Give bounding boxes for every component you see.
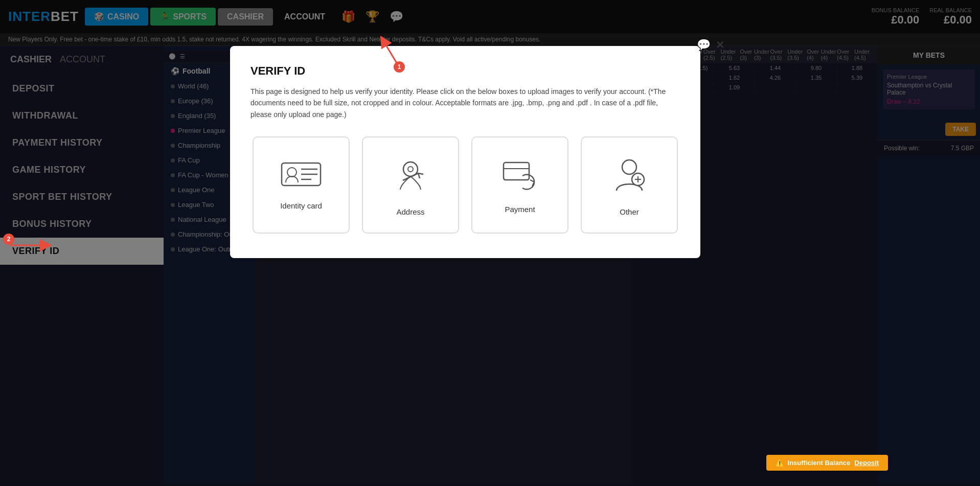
modal-description: This page is designed to help us verify … — [250, 86, 680, 120]
modal-title: VERIFY ID — [250, 64, 680, 78]
svg-point-12 — [622, 160, 636, 174]
address-icon — [390, 154, 431, 199]
address-option[interactable]: Address — [362, 136, 459, 234]
payment-label: Payment — [505, 205, 535, 214]
modal-cards: Identity card Address — [250, 136, 680, 234]
other-option[interactable]: Other — [581, 136, 678, 234]
deposit-link[interactable]: Deposit — [854, 459, 879, 467]
payment-icon — [499, 156, 540, 197]
modal-icons: 💬 ✕ — [697, 38, 724, 52]
address-label: Address — [396, 207, 424, 216]
svg-point-6 — [408, 167, 413, 172]
modal-close-icon[interactable]: ✕ — [716, 38, 724, 52]
warning-icon: ⚠️ — [776, 459, 784, 467]
identity-card-label: Identity card — [280, 201, 322, 210]
insufficient-balance-toast: ⚠️ Insufficient Balance Deposit — [766, 455, 888, 471]
svg-rect-10 — [504, 163, 529, 180]
verify-id-modal: VERIFY ID This page is designed to help … — [230, 46, 700, 258]
other-icon — [611, 154, 647, 199]
identity-card-icon — [281, 160, 322, 193]
svg-point-1 — [287, 168, 297, 177]
modal-chat-icon[interactable]: 💬 — [697, 38, 711, 52]
payment-option[interactable]: Payment — [471, 136, 568, 234]
other-label: Other — [620, 207, 639, 216]
identity-card-option[interactable]: Identity card — [253, 136, 350, 234]
